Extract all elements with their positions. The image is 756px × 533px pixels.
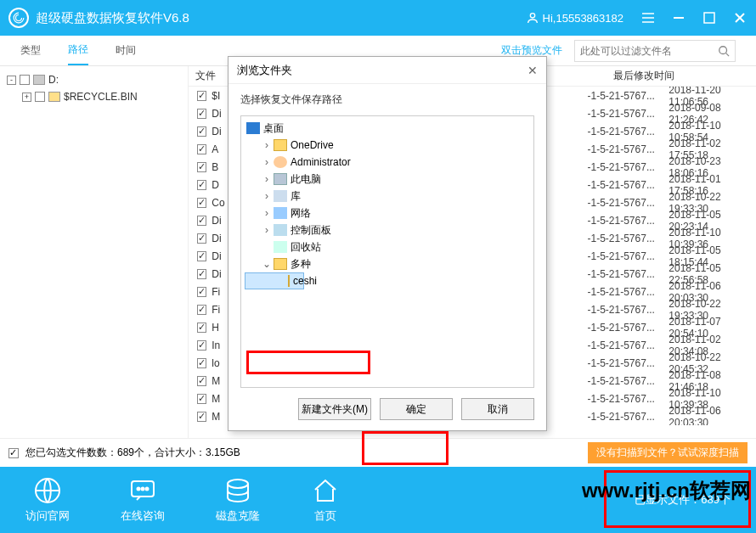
row-checkbox[interactable] — [197, 376, 206, 386]
new-folder-button[interactable]: 新建文件夹(M) — [298, 398, 371, 420]
ok-button[interactable]: 确定 — [380, 398, 453, 420]
node-ceshi[interactable]: ceshi — [245, 272, 304, 289]
browse-folder-dialog: 浏览文件夹 ✕ 选择恢复文件保存路径 桌面 ›OneDrive ›Adminis… — [228, 56, 547, 431]
collapse-icon[interactable]: ⌄ — [262, 258, 272, 270]
search-input[interactable] — [580, 45, 718, 57]
row-checkbox[interactable] — [197, 340, 206, 351]
svg-point-5 — [138, 488, 140, 491]
node-desktop[interactable]: 桌面 — [243, 120, 532, 137]
file-id: -1-5-21-5767... — [588, 339, 669, 351]
search-box[interactable] — [574, 40, 736, 62]
dialog-close-icon[interactable]: ✕ — [528, 64, 538, 77]
minimize-icon[interactable] — [671, 10, 686, 25]
node-ctrl[interactable]: ›控制面板 — [243, 222, 532, 238]
deep-scan-button[interactable]: 没有扫描到文件？试试深度扫描 — [588, 442, 748, 463]
file-id: -1-5-21-5767... — [588, 304, 669, 316]
node-many[interactable]: ⌄多种 — [243, 255, 532, 272]
node-admin[interactable]: ›Administrator — [243, 154, 532, 171]
node-onedrive[interactable]: ›OneDrive — [243, 137, 532, 154]
footer-clone[interactable]: 磁盘克隆 — [216, 476, 260, 524]
expand-icon[interactable]: › — [262, 173, 272, 185]
summary-bar: 您已勾选文件数数：689个，合计大小：3.15GB 没有扫描到文件？试试深度扫描 — [0, 438, 756, 467]
node-bin[interactable]: 回收站 — [243, 238, 532, 255]
row-checkbox[interactable] — [197, 162, 206, 172]
expand-icon[interactable]: › — [262, 156, 272, 168]
row-checkbox[interactable] — [197, 216, 206, 226]
row-checkbox[interactable] — [197, 126, 206, 137]
file-id: -1-5-21-5767... — [588, 375, 669, 387]
folder-icon — [274, 139, 287, 151]
svg-point-7 — [146, 488, 149, 491]
col-date[interactable]: 最后修改时间 — [613, 69, 744, 83]
file-id: -1-5-21-5767... — [588, 322, 669, 334]
row-checkbox[interactable] — [197, 394, 206, 404]
node-pc[interactable]: ›此电脑 — [243, 171, 532, 188]
row-checkbox[interactable] — [197, 269, 206, 279]
file-id: -1-5-21-5767... — [588, 143, 669, 155]
select-all-checkbox[interactable] — [8, 448, 19, 458]
row-checkbox[interactable] — [197, 180, 206, 190]
file-date: 2018-11-06 20:03:30 — [669, 405, 756, 426]
window-controls — [640, 10, 748, 25]
node-net[interactable]: ›网络 — [243, 205, 532, 222]
maximize-icon[interactable] — [702, 10, 717, 25]
search-icon[interactable] — [718, 45, 730, 57]
dialog-folder-tree[interactable]: 桌面 ›OneDrive ›Administrator ›此电脑 ›库 ›网络 … — [240, 115, 534, 388]
checkbox[interactable] — [20, 75, 30, 85]
row-checkbox[interactable] — [197, 305, 206, 315]
row-checkbox[interactable] — [197, 323, 206, 333]
footer-chat[interactable]: 在线咨询 — [121, 476, 165, 524]
tree-drive-label: D: — [48, 74, 59, 86]
footer-site[interactable]: 访问官网 — [25, 476, 70, 524]
row-checkbox[interactable] — [197, 251, 206, 261]
library-icon — [274, 190, 287, 202]
control-panel-icon — [274, 224, 287, 236]
tab-path[interactable]: 路径 — [68, 36, 88, 65]
recycle-bin-icon — [274, 241, 287, 253]
expand-icon[interactable]: › — [262, 190, 272, 202]
file-id: -1-5-21-5767... — [588, 286, 669, 298]
tab-time[interactable]: 时间 — [116, 36, 136, 65]
footer-chat-label: 在线咨询 — [121, 508, 165, 524]
row-checkbox[interactable] — [197, 412, 206, 422]
expand-icon[interactable]: › — [262, 207, 272, 219]
dialog-subtitle: 选择恢复文件保存路径 — [228, 84, 546, 115]
drive-icon — [33, 75, 45, 85]
collapse-icon[interactable]: - — [7, 76, 16, 85]
user-label: Hi,15553863182 — [543, 12, 623, 25]
row-checkbox[interactable] — [197, 287, 206, 297]
cancel-button[interactable]: 取消 — [461, 398, 534, 420]
tree-drive[interactable]: - D: — [7, 71, 181, 88]
folder-icon — [48, 92, 60, 102]
title-bar: 超级硬盘数据恢复软件V6.8 Hi,15553863182 — [0, 0, 756, 36]
expand-icon[interactable]: › — [262, 139, 272, 151]
menu-icon[interactable] — [640, 10, 656, 25]
app-title: 超级硬盘数据恢复软件V6.8 — [36, 10, 526, 26]
desktop-icon — [246, 122, 260, 134]
row-checkbox[interactable] — [197, 198, 206, 208]
user-info[interactable]: Hi,15553863182 — [526, 11, 623, 25]
row-checkbox[interactable] — [197, 358, 206, 368]
globe-icon — [33, 476, 62, 505]
tree-recycle[interactable]: + $RECYCLE.BIN — [22, 88, 181, 105]
disk-icon — [223, 476, 252, 505]
file-id: -1-5-21-5767... — [588, 108, 669, 120]
folder-icon — [274, 258, 287, 270]
tree-recycle-label: $RECYCLE.BIN — [64, 91, 138, 103]
node-lib[interactable]: ›库 — [243, 188, 532, 205]
row-checkbox[interactable] — [197, 91, 206, 101]
file-id: -1-5-21-5767... — [588, 357, 669, 369]
expand-icon[interactable]: › — [262, 224, 272, 236]
row-checkbox[interactable] — [197, 144, 206, 154]
folder-tree[interactable]: - D: + $RECYCLE.BIN — [0, 66, 189, 438]
footer-home[interactable]: 首页 — [311, 476, 340, 524]
file-id: -1-5-21-5767... — [588, 179, 669, 191]
close-icon[interactable] — [732, 10, 748, 25]
file-id: -1-5-21-5767... — [588, 126, 669, 137]
expand-icon[interactable]: + — [22, 93, 31, 102]
svg-point-2 — [719, 46, 727, 53]
tab-type[interactable]: 类型 — [20, 36, 41, 65]
row-checkbox[interactable] — [197, 109, 206, 119]
row-checkbox[interactable] — [197, 233, 206, 244]
checkbox[interactable] — [35, 92, 45, 102]
